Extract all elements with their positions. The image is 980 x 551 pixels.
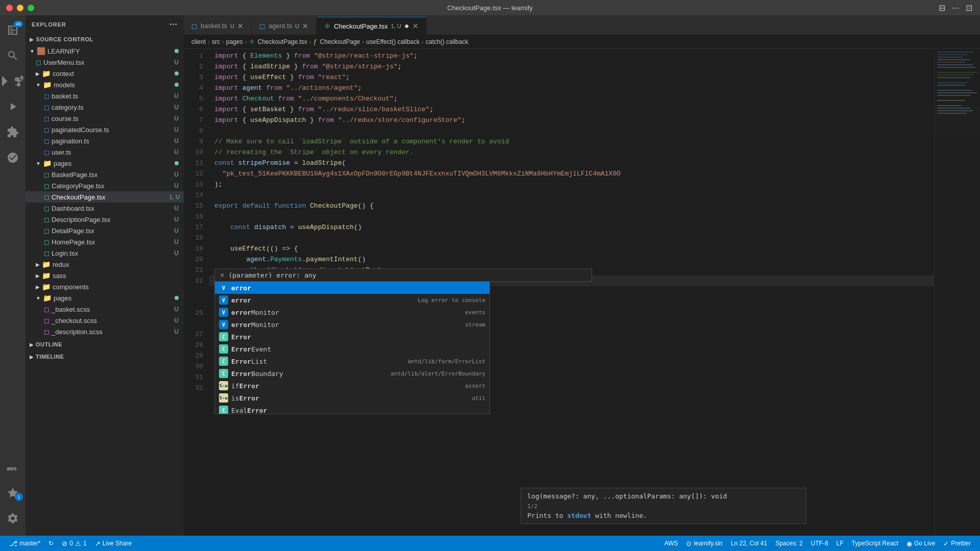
ac-item-errormonitor1[interactable]: V errorMonitor events xyxy=(215,306,489,318)
svg-rect-4 xyxy=(937,59,970,60)
explorer-header[interactable]: EXPLORER ⋯ xyxy=(26,15,184,33)
ac-item-iferror[interactable]: S-ω ifError assert xyxy=(215,380,489,392)
user-ts-label: user.ts xyxy=(52,148,71,156)
activity-remote[interactable] xyxy=(1,145,25,170)
sass-label: sass xyxy=(53,272,66,280)
outline-header[interactable]: ▶ OUTLINE xyxy=(26,339,184,349)
ac-item-errorevent[interactable]: C ErrorEvent xyxy=(215,343,489,355)
ac-item-iserror[interactable]: S-ω isError util xyxy=(215,392,489,404)
ac-item-evalerror[interactable]: C EvalError xyxy=(215,404,489,414)
folder-models[interactable]: ▼ 📁 models xyxy=(26,79,184,90)
file-detailpage[interactable]: ◻ DetailPage.tsx U xyxy=(26,225,184,236)
activity-source-control[interactable] xyxy=(1,69,25,93)
bc-catch[interactable]: catch() callback xyxy=(426,38,468,45)
bc-component[interactable]: CheckoutPage xyxy=(320,38,360,45)
folder-pages[interactable]: ▼ 📁 pages xyxy=(26,158,184,169)
status-prettier[interactable]: ✓ Prettier xyxy=(939,540,975,547)
status-branch[interactable]: ⎇ master* xyxy=(5,536,44,551)
status-errors[interactable]: ⊘ 0 ⚠ 1 xyxy=(58,536,90,551)
folder-pages-sass[interactable]: ▼ 📁 pages xyxy=(26,292,184,304)
tab-checkout[interactable]: ⚛ CheckoutPage.tsx 1, U ● ✕ xyxy=(316,17,426,35)
tab-agent-close[interactable]: ✕ xyxy=(302,22,308,30)
param-close[interactable]: × xyxy=(220,271,224,279)
paginated-course-badge: U xyxy=(174,126,184,133)
file-course-ts[interactable]: ◻ course.ts U xyxy=(26,113,184,124)
activity-explorer[interactable]: 49 xyxy=(1,18,25,42)
bc-src[interactable]: src xyxy=(212,38,220,45)
activity-run[interactable] xyxy=(1,94,25,119)
status-spaces[interactable]: Spaces: 2 xyxy=(771,540,806,547)
ac-item-errormonitor2[interactable]: V errorMonitor stream xyxy=(215,318,489,331)
tab-basket[interactable]: ◻ basket.ts U ✕ xyxy=(184,17,252,35)
ac-item-error-class[interactable]: C Error xyxy=(215,331,489,343)
minimize-button[interactable] xyxy=(17,5,23,11)
file-basket-ts[interactable]: ◻ basket.ts U xyxy=(26,90,184,102)
file-user-ts[interactable]: ◻ user.ts U xyxy=(26,146,184,158)
code-editor[interactable]: 12345 678910 1112131415 1617181920 21222… xyxy=(184,49,980,536)
error-icon: ⊘ xyxy=(62,540,67,547)
file-pagination-ts[interactable]: ◻ pagination.ts U xyxy=(26,135,184,146)
file-category-ts[interactable]: ◻ category.ts U xyxy=(26,102,184,113)
folder-context[interactable]: ▶ 📁 context xyxy=(26,68,184,79)
file-basket-scss[interactable]: ◻ _basket.scss U xyxy=(26,304,184,315)
source-control-section[interactable]: ▶ SOURCE CONTROL xyxy=(26,33,184,45)
line-19: useEffect(() => { xyxy=(209,243,934,254)
tab-basket-close[interactable]: ✕ xyxy=(237,22,243,30)
file-dashboard[interactable]: ◻ Dashboard.tsx U xyxy=(26,203,184,214)
ac-item-error-selected[interactable]: V error xyxy=(215,282,489,294)
file-checkoutpage[interactable]: ◻ CheckoutPage.tsx 1, U xyxy=(26,191,184,203)
file-paginated-course[interactable]: ◻ paginatedCourse.ts U xyxy=(26,124,184,135)
prettier-icon: ✓ xyxy=(943,540,949,547)
file-categorypage[interactable]: ◻ CategoryPage.tsx U xyxy=(26,180,184,191)
go-live-icon: ◉ xyxy=(906,540,912,547)
ac-item-error[interactable]: V error Log error to console xyxy=(215,294,489,306)
activity-liveshare[interactable]: 1 xyxy=(1,481,25,505)
tab-agent[interactable]: ◻ agent.ts U ✕ xyxy=(252,17,316,35)
timeline-header[interactable]: ▶ TIMELINE xyxy=(26,352,184,362)
line-17: const dispatch = useAppDispatch() xyxy=(209,222,934,233)
detailpage-label: DetailPage.tsx xyxy=(52,227,94,235)
toolbar-icon-2[interactable]: ⊡ xyxy=(966,3,972,13)
file-checkout-scss[interactable]: ◻ _checkout.scss U xyxy=(26,315,184,326)
maximize-button[interactable] xyxy=(28,5,34,11)
activity-settings[interactable] xyxy=(1,506,25,531)
folder-redux[interactable]: ▶ 📁 redux xyxy=(26,259,184,270)
activity-extensions[interactable] xyxy=(1,120,25,144)
bc-client[interactable]: client xyxy=(191,38,206,45)
status-line-ending[interactable]: LF xyxy=(832,540,848,547)
ac-item-errorlist[interactable]: C ErrorList antd/lib/form/ErrorList xyxy=(215,355,489,367)
activity-search[interactable] xyxy=(1,43,25,68)
file-usermenu[interactable]: ◻ UserMenu.tsx U xyxy=(26,57,184,68)
status-go-live[interactable]: ◉ Go Live xyxy=(902,540,939,547)
learnify-root[interactable]: ▼ 🟫 LEARNIFY xyxy=(26,45,184,57)
status-encoding[interactable]: UTF-8 xyxy=(807,540,832,547)
tab-checkout-close[interactable]: ✕ xyxy=(412,22,419,30)
status-position[interactable]: Ln 22, Col 41 xyxy=(727,540,771,547)
autocomplete-list[interactable]: V error V error Log error to console V xyxy=(214,282,490,414)
dashboard-label: Dashboard.tsx xyxy=(52,205,94,212)
folder-components[interactable]: ▶ 📁 components xyxy=(26,281,184,292)
file-descriptionpage[interactable]: ◻ DescriptionPage.tsx U xyxy=(26,214,184,225)
file-login[interactable]: ◻ Login.tsx U xyxy=(26,247,184,259)
status-aws[interactable]: AWS xyxy=(660,540,682,547)
explorer-menu-icon[interactable]: ⋯ xyxy=(169,19,178,29)
line-6: import { setBasket } from "../redux/slic… xyxy=(209,104,934,115)
bc-useeffect[interactable]: useEffect() callback xyxy=(366,38,420,45)
folder-sass[interactable]: ▶ 📁 sass xyxy=(26,270,184,281)
status-sync[interactable]: ↻ xyxy=(44,536,58,551)
toolbar-icon-1[interactable]: ⋯ xyxy=(951,3,960,13)
close-button[interactable] xyxy=(6,5,13,11)
file-description-scss[interactable]: ◻ _description.scss U xyxy=(26,326,184,337)
status-language[interactable]: TypeScript React xyxy=(848,540,902,547)
bc-pages[interactable]: pages xyxy=(226,38,243,45)
status-live-share[interactable]: ↗ Live Share xyxy=(91,536,136,551)
file-homepage[interactable]: ◻ HomePage.tsx U xyxy=(26,236,184,247)
ac-source-errorlist: antd/lib/form/ErrorList xyxy=(408,358,485,365)
status-learnify[interactable]: ⊙ learnify.sln xyxy=(682,540,726,547)
bc-filename[interactable]: CheckoutPage.tsx xyxy=(258,38,307,45)
activity-aws[interactable]: aws xyxy=(1,455,25,480)
file-basketpage[interactable]: ◻ BasketPage.tsx U xyxy=(26,169,184,180)
ac-item-errorboundary[interactable]: C ErrorBoundary antd/lib/alert/ErrorBoun… xyxy=(215,367,489,380)
split-editor-icon[interactable]: ⊟ xyxy=(939,3,945,13)
categorypage-label: CategoryPage.tsx xyxy=(52,182,104,190)
